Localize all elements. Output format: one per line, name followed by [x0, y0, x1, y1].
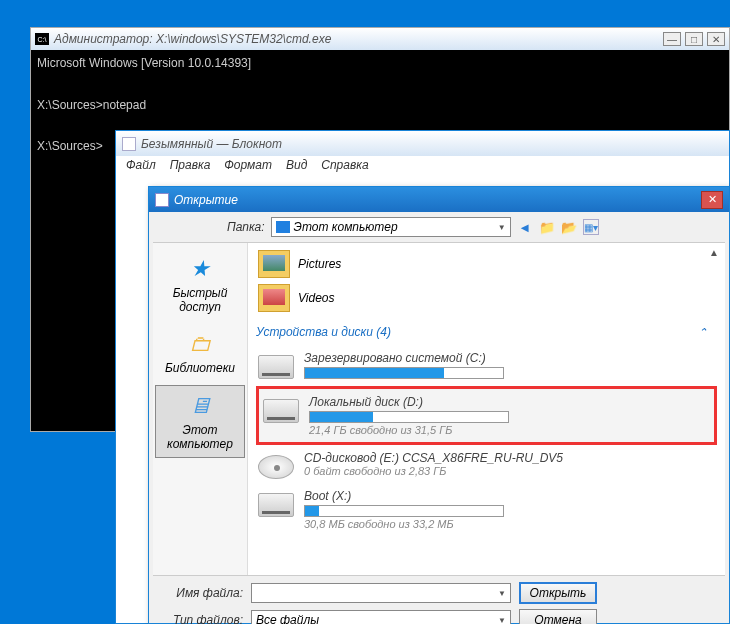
minimize-button[interactable]: — [663, 32, 681, 46]
drive-c[interactable]: Зарезервировано системой (C:) [256, 347, 717, 384]
folder-label: Папка: [227, 220, 265, 234]
sidebar-label: Этот компьютер [158, 423, 242, 451]
close-button[interactable]: ✕ [707, 32, 725, 46]
drive-free-text: 30,8 МБ свободно из 33,2 МБ [304, 518, 715, 530]
drive-name: Локальный диск (D:) [309, 395, 710, 409]
chevron-down-icon: ▼ [498, 223, 506, 232]
section-label: Устройства и диски (4) [256, 325, 391, 339]
menu-help[interactable]: Справка [321, 158, 368, 174]
filetype-value: Все файлы [256, 613, 498, 624]
open-dialog-icon [155, 193, 169, 207]
devices-section-header[interactable]: Устройства и диски (4) ⌃ [256, 325, 717, 341]
folder-value: Этот компьютер [294, 220, 498, 234]
filetype-dropdown[interactable]: Все файлы ▼ [251, 610, 511, 624]
open-dialog-title: Открытие [174, 193, 701, 207]
drive-usage-bar [304, 505, 504, 517]
computer-icon [276, 221, 290, 233]
sidebar-label: Быстрый доступ [157, 286, 243, 314]
drive-usage-bar [304, 367, 504, 379]
folder-videos[interactable]: Videos [256, 281, 717, 315]
menu-file[interactable]: Файл [126, 158, 156, 174]
star-icon: ★ [184, 255, 216, 283]
folder-label: Pictures [298, 257, 341, 271]
notepad-title: Безымянный — Блокнот [141, 137, 282, 151]
drive-icon [263, 399, 299, 423]
drive-name: Зарезервировано системой (C:) [304, 351, 715, 365]
scroll-up-icon[interactable]: ▲ [709, 247, 719, 258]
notepad-icon [122, 137, 136, 151]
drive-name: CD-дисковод (E:) CCSA_X86FRE_RU-RU_DV5 [304, 451, 715, 465]
drive-usage-bar [309, 411, 509, 423]
drive-e-cd[interactable]: CD-дисковод (E:) CCSA_X86FRE_RU-RU_DV5 0… [256, 447, 717, 483]
notepad-menu: Файл Правка Формат Вид Справка [116, 156, 729, 176]
sidebar-this-pc[interactable]: 🖥 Этот компьютер [155, 385, 245, 458]
cmd-prompt-line: X:\Sources>notepad [37, 96, 723, 115]
folder-icon [258, 250, 290, 278]
views-icon[interactable]: ▦▾ [583, 219, 599, 235]
folder-label: Videos [298, 291, 334, 305]
sidebar-libraries[interactable]: 🗀 Библиотеки [155, 324, 245, 381]
open-dialog-body: ★ Быстрый доступ 🗀 Библиотеки 🖥 Этот ком… [153, 242, 725, 576]
cancel-button[interactable]: Отмена [519, 609, 597, 624]
close-button[interactable]: ✕ [701, 191, 723, 209]
open-dialog-main[interactable]: ▲ Pictures Videos Устройства и диски (4)… [248, 243, 725, 575]
menu-edit[interactable]: Правка [170, 158, 211, 174]
back-icon[interactable]: ◄ [517, 219, 533, 235]
cmd-titlebar[interactable]: C:\ Администратор: X:\windows\SYSTEM32\c… [31, 28, 729, 50]
chevron-up-icon: ⌃ [698, 326, 707, 339]
drive-icon [258, 493, 294, 517]
open-button[interactable]: Открыть [519, 582, 597, 604]
chevron-down-icon: ▼ [498, 616, 506, 625]
drive-free-text: 21,4 ГБ свободно из 31,5 ГБ [309, 424, 710, 436]
drive-icon [258, 355, 294, 379]
cd-drive-icon [258, 455, 294, 479]
cmd-title: Администратор: X:\windows\SYSTEM32\cmd.e… [54, 32, 663, 46]
filename-input[interactable]: ▼ [251, 583, 511, 603]
open-dialog-sidebar: ★ Быстрый доступ 🗀 Библиотеки 🖥 Этот ком… [153, 243, 248, 575]
folder-pictures[interactable]: Pictures [256, 247, 717, 281]
folder-dropdown[interactable]: Этот компьютер ▼ [271, 217, 511, 237]
drive-d-highlighted[interactable]: Локальный диск (D:) 21,4 ГБ свободно из … [256, 386, 717, 445]
menu-view[interactable]: Вид [286, 158, 307, 174]
drive-x-boot[interactable]: Boot (X:) 30,8 МБ свободно из 33,2 МБ [256, 485, 717, 534]
folder-icon [258, 284, 290, 312]
drive-name: Boot (X:) [304, 489, 715, 503]
sidebar-quick-access[interactable]: ★ Быстрый доступ [155, 249, 245, 320]
open-dialog-toolbar: Папка: Этот компьютер ▼ ◄ 📁 📂 ▦▾ [149, 212, 729, 242]
folder-icon: 🗀 [184, 330, 216, 358]
maximize-button[interactable]: □ [685, 32, 703, 46]
filename-label: Имя файла: [157, 586, 243, 600]
open-dialog: Открытие ✕ Папка: Этот компьютер ▼ ◄ 📁 📂… [148, 186, 730, 624]
up-folder-icon[interactable]: 📁 [539, 219, 555, 235]
menu-format[interactable]: Формат [224, 158, 272, 174]
chevron-down-icon: ▼ [498, 589, 506, 598]
cmd-icon: C:\ [35, 33, 49, 45]
filetype-label: Тип файлов: [157, 613, 243, 624]
sidebar-label: Библиотеки [165, 361, 235, 375]
cmd-output-line: Microsoft Windows [Version 10.0.14393] [37, 54, 723, 73]
computer-icon: 🖥 [184, 392, 216, 420]
open-dialog-bottom: Имя файла: ▼ Открыть Тип файлов: Все фай… [149, 576, 729, 624]
open-dialog-titlebar[interactable]: Открытие ✕ [149, 187, 729, 212]
drive-free-text: 0 байт свободно из 2,83 ГБ [304, 465, 715, 477]
new-folder-icon[interactable]: 📂 [561, 219, 577, 235]
notepad-titlebar[interactable]: Безымянный — Блокнот [116, 131, 729, 156]
